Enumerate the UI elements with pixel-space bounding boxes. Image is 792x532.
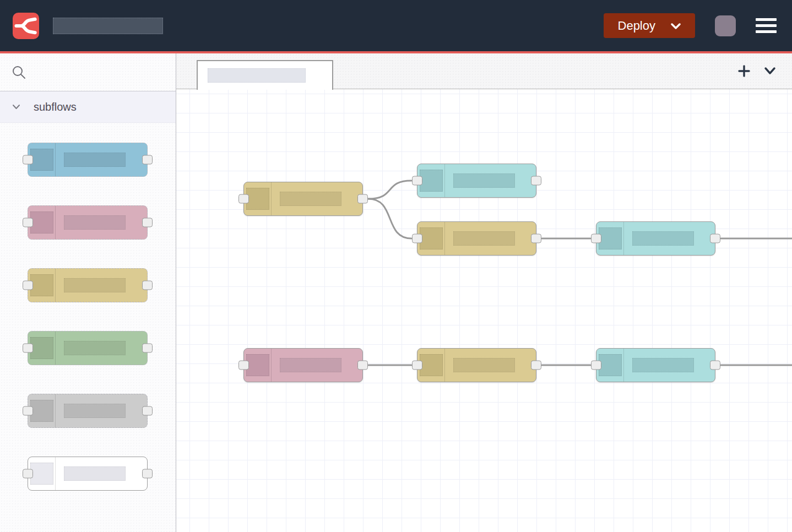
node-icon-placeholder bbox=[420, 227, 443, 249]
palette-list bbox=[0, 123, 176, 532]
node-body bbox=[56, 457, 147, 490]
output-port[interactable] bbox=[357, 194, 368, 204]
flow-node-pink-1[interactable] bbox=[243, 348, 363, 382]
add-flow-button[interactable] bbox=[736, 63, 752, 79]
node-label-placeholder bbox=[453, 231, 515, 246]
input-port[interactable] bbox=[412, 234, 422, 243]
input-port[interactable] bbox=[591, 234, 601, 243]
output-port[interactable] bbox=[142, 281, 153, 290]
output-port[interactable] bbox=[531, 361, 541, 370]
input-port[interactable] bbox=[238, 194, 249, 204]
node-label-placeholder bbox=[632, 231, 694, 246]
flow-node-cyan-1[interactable] bbox=[417, 164, 536, 198]
flow-list-button[interactable] bbox=[762, 66, 778, 77]
node-label-placeholder bbox=[280, 192, 341, 206]
node-body bbox=[445, 164, 536, 197]
node-icon-placeholder bbox=[420, 170, 443, 192]
deploy-label: Deploy bbox=[618, 19, 655, 33]
node-label-placeholder bbox=[632, 358, 694, 372]
node-icon-placeholder bbox=[599, 227, 622, 249]
node-label-placeholder bbox=[453, 173, 515, 188]
palette-search[interactable] bbox=[0, 53, 176, 91]
output-port[interactable] bbox=[142, 155, 153, 165]
node-body bbox=[445, 222, 536, 255]
node-label-placeholder bbox=[64, 215, 126, 230]
input-port[interactable] bbox=[412, 361, 422, 370]
node-body bbox=[445, 349, 536, 382]
input-port[interactable] bbox=[238, 361, 249, 370]
node-icon-placeholder bbox=[30, 211, 53, 234]
flow-node-cyan-2[interactable] bbox=[596, 221, 715, 256]
input-port[interactable] bbox=[23, 406, 33, 416]
output-port[interactable] bbox=[531, 234, 541, 243]
chevron-down-icon bbox=[763, 67, 777, 75]
node-body bbox=[272, 349, 362, 382]
palette-node-gray[interactable] bbox=[28, 394, 148, 428]
node-label-placeholder bbox=[64, 404, 126, 418]
flow-node-cyan-3[interactable] bbox=[596, 348, 715, 382]
palette-node-white[interactable] bbox=[28, 457, 148, 491]
node-body bbox=[624, 349, 715, 382]
palette-node-pink[interactable] bbox=[28, 205, 148, 240]
canvas-area bbox=[176, 53, 792, 532]
header-title-placeholder bbox=[53, 18, 163, 34]
flow-tab[interactable] bbox=[197, 60, 333, 90]
flow-canvas[interactable] bbox=[176, 89, 792, 532]
palette-node-yellow[interactable] bbox=[28, 268, 148, 302]
main-region: subflows bbox=[0, 53, 792, 532]
node-red-logo bbox=[13, 13, 39, 39]
header-actions: Deploy bbox=[604, 13, 792, 38]
palette-node-blue[interactable] bbox=[28, 143, 148, 177]
node-label-placeholder bbox=[64, 341, 126, 355]
output-port[interactable] bbox=[142, 406, 153, 416]
node-body bbox=[56, 332, 147, 365]
node-icon-placeholder bbox=[30, 274, 53, 296]
node-icon-placeholder bbox=[30, 463, 53, 485]
wire[interactable] bbox=[368, 199, 411, 238]
tab-label-placeholder bbox=[208, 68, 306, 83]
output-port[interactable] bbox=[357, 361, 368, 370]
output-port[interactable] bbox=[142, 469, 153, 479]
app-window: Deploy subflow bbox=[0, 0, 792, 532]
output-port[interactable] bbox=[142, 218, 153, 227]
input-port[interactable] bbox=[23, 469, 33, 479]
node-body bbox=[56, 206, 147, 239]
chevron-down-icon[interactable] bbox=[671, 19, 681, 33]
wires-layer bbox=[176, 89, 792, 532]
input-port[interactable] bbox=[591, 361, 601, 370]
subflows-category-header[interactable]: subflows bbox=[0, 91, 176, 123]
user-avatar[interactable] bbox=[715, 15, 736, 36]
input-port[interactable] bbox=[412, 176, 422, 186]
tab-actions bbox=[736, 53, 778, 89]
node-label-placeholder bbox=[453, 358, 515, 372]
node-label-placeholder bbox=[64, 466, 126, 481]
search-icon bbox=[11, 64, 26, 80]
node-icon-placeholder bbox=[420, 354, 443, 376]
palette-node-green[interactable] bbox=[28, 331, 148, 365]
palette-sidebar: subflows bbox=[0, 53, 176, 532]
node-body bbox=[56, 394, 147, 427]
input-port[interactable] bbox=[23, 155, 33, 165]
node-body bbox=[56, 269, 147, 302]
node-icon-placeholder bbox=[246, 188, 269, 210]
output-port[interactable] bbox=[710, 361, 720, 370]
input-port[interactable] bbox=[23, 218, 33, 227]
deploy-button[interactable]: Deploy bbox=[604, 13, 695, 38]
output-port[interactable] bbox=[710, 234, 720, 243]
category-label: subflows bbox=[34, 101, 77, 113]
flow-node-yellow-2[interactable] bbox=[417, 221, 536, 256]
chevron-down-icon bbox=[12, 102, 20, 112]
hamburger-menu-icon[interactable] bbox=[756, 18, 777, 33]
node-body bbox=[56, 143, 147, 176]
input-port[interactable] bbox=[23, 281, 33, 290]
node-red-logo-mark bbox=[14, 14, 37, 37]
input-port[interactable] bbox=[23, 344, 33, 353]
wire[interactable] bbox=[368, 181, 411, 199]
output-port[interactable] bbox=[531, 176, 541, 186]
flow-node-yellow-1[interactable] bbox=[243, 182, 363, 216]
node-body bbox=[272, 182, 362, 215]
node-label-placeholder bbox=[280, 358, 341, 372]
flow-node-yellow-3[interactable] bbox=[417, 348, 536, 382]
header: Deploy bbox=[0, 0, 792, 51]
output-port[interactable] bbox=[142, 344, 153, 353]
